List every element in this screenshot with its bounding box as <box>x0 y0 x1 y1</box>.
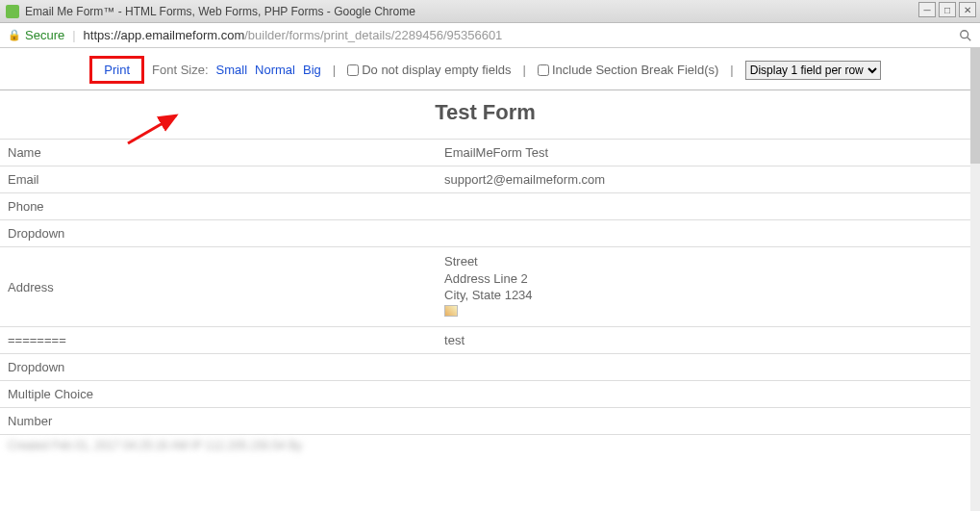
window-title: Email Me Form™ - HTML Forms, Web Forms, … <box>25 5 415 18</box>
svg-line-1 <box>967 37 971 40</box>
fontsize-normal-link[interactable]: Normal <box>255 63 295 77</box>
window-maximize-button[interactable]: □ <box>939 2 956 17</box>
toolbar-divider: | <box>333 63 336 77</box>
url-text: https://app.emailmeform.com/builder/form… <box>84 28 503 42</box>
field-value: support2@emailmeform.com <box>437 167 970 192</box>
fontsize-big-link[interactable]: Big <box>303 63 321 77</box>
toolbar-divider: | <box>523 63 526 77</box>
fontsize-small-link[interactable]: Small <box>216 63 248 77</box>
fields-table: NameEmailMeForm TestEmailsupport2@emailm… <box>0 139 970 435</box>
form-title: Test Form <box>0 89 970 139</box>
field-label: Dropdown <box>0 221 437 245</box>
field-label: Dropdown <box>0 355 437 379</box>
field-label: ======== <box>0 328 437 352</box>
window-minimize-button[interactable]: ─ <box>918 2 936 17</box>
field-value <box>437 202 970 212</box>
field-value: StreetAddress Line 2City, State 1234 <box>437 247 970 326</box>
field-row: Phone <box>0 193 970 220</box>
field-row: NameEmailMeForm Test <box>0 140 970 166</box>
hide-empty-checkbox[interactable] <box>347 64 359 76</box>
window-titlebar: Email Me Form™ - HTML Forms, Web Forms, … <box>0 0 980 23</box>
field-row: Dropdown <box>0 354 970 381</box>
map-icon <box>444 305 458 317</box>
field-value <box>437 390 970 399</box>
field-row: Emailsupport2@emailmeform.com <box>0 166 970 193</box>
field-row: Multiple Choice <box>0 381 970 408</box>
address-separator: | <box>72 28 75 42</box>
field-row: Dropdown <box>0 220 970 247</box>
field-label: Address <box>0 275 437 299</box>
field-value <box>437 363 970 372</box>
include-section-checkbox[interactable] <box>538 64 549 76</box>
lock-icon: 🔒 <box>8 29 21 41</box>
field-label: Phone <box>0 194 437 218</box>
field-label: Number <box>0 409 437 433</box>
print-link[interactable]: Print <box>89 56 144 84</box>
layout-select[interactable]: Display 1 field per row <box>745 61 881 80</box>
field-label: Name <box>0 141 437 165</box>
scrollbar-thumb[interactable] <box>970 48 980 164</box>
fontsize-label: Font Size: <box>152 63 209 77</box>
search-icon[interactable] <box>959 29 972 42</box>
field-label: Multiple Choice <box>0 382 437 406</box>
field-value: test <box>437 328 970 352</box>
footer-metadata: Created Feb 01, 2017 04:25:16 AM IP 112.… <box>0 439 970 460</box>
field-row: ========test <box>0 327 970 354</box>
page-content: Print Font Size: Small Normal Big | Do n… <box>0 48 980 511</box>
favicon <box>6 5 19 18</box>
secure-label: Secure <box>25 28 64 42</box>
field-label: Email <box>0 167 437 192</box>
print-toolbar: Print Font Size: Small Normal Big | Do n… <box>0 48 970 89</box>
window-close-button[interactable]: ✕ <box>959 2 976 17</box>
hide-empty-checkbox-label[interactable]: Do not display empty fields <box>347 63 511 77</box>
field-row: Number <box>0 408 970 435</box>
include-section-checkbox-label[interactable]: Include Section Break Field(s) <box>538 63 718 77</box>
field-value <box>437 229 970 239</box>
field-value: EmailMeForm Test <box>437 141 970 165</box>
address-bar[interactable]: 🔒 Secure | https://app.emailmeform.com/b… <box>0 23 980 48</box>
toolbar-divider: | <box>730 63 733 77</box>
svg-point-0 <box>961 30 968 38</box>
field-value <box>437 417 970 426</box>
field-row: AddressStreetAddress Line 2City, State 1… <box>0 247 970 327</box>
